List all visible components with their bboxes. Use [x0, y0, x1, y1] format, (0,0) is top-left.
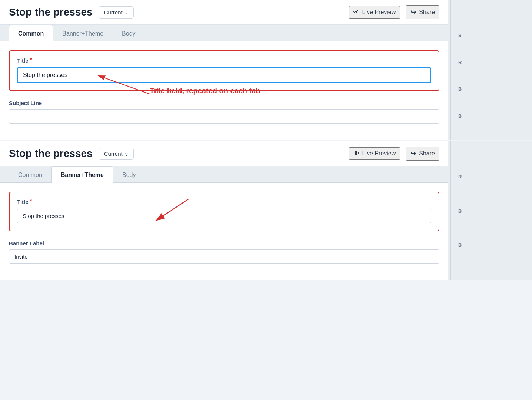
- bottom-sidebar-hint-b2: B: [458, 239, 525, 252]
- title-field-label-top: Title *: [17, 57, 431, 64]
- live-preview-button[interactable]: Live Preview: [349, 6, 400, 19]
- top-tabs-bar: Common Banner+Theme Body: [0, 25, 448, 41]
- bottom-live-preview-label: Live Preview: [362, 150, 396, 157]
- tab-common[interactable]: Common: [9, 25, 53, 41]
- required-star: *: [30, 57, 32, 64]
- version-dropdown[interactable]: Current: [99, 6, 134, 19]
- sidebar-hint-s: S: [458, 30, 525, 42]
- version-label: Current: [104, 9, 123, 16]
- title-field-group-bottom: Title *: [9, 192, 439, 231]
- share-label: Share: [419, 9, 435, 16]
- tab-banner-theme[interactable]: Banner+Theme: [53, 25, 113, 41]
- bottom-tab-banner-theme[interactable]: Banner+Theme: [51, 166, 113, 183]
- bottom-tabs-bar: Common Banner+Theme Body: [0, 166, 448, 183]
- bottom-required-star: *: [30, 198, 32, 205]
- title-input-top[interactable]: [17, 67, 431, 83]
- bottom-live-preview-button[interactable]: Live Preview: [349, 147, 400, 160]
- bottom-sidebar-hint-r: R: [458, 171, 525, 183]
- bottom-share-button[interactable]: Share: [406, 147, 439, 161]
- sidebar-hint-r: R: [458, 57, 525, 69]
- bottom-panel-content: Title * Banner Label: [0, 183, 448, 280]
- bottom-chevron-down-icon: [125, 151, 128, 157]
- bottom-share-label: Share: [419, 150, 435, 157]
- share-button[interactable]: Share: [406, 5, 439, 19]
- bottom-version-dropdown[interactable]: Current: [99, 148, 134, 160]
- bottom-version-label: Current: [104, 151, 123, 157]
- banner-label-field: Banner Label: [9, 240, 439, 264]
- bottom-panel: Stop the presses Current Live Preview Sh…: [0, 141, 448, 280]
- bottom-tab-common[interactable]: Common: [9, 166, 51, 183]
- top-section: Stop the presses Current Live Preview Sh…: [0, 0, 532, 140]
- subject-line-label: Subject Line: [9, 100, 439, 106]
- app-wrapper: Stop the presses Current Live Preview Sh…: [0, 0, 532, 280]
- right-sidebar-top: S R B B: [450, 0, 532, 140]
- page-title: Stop the presses: [9, 6, 93, 18]
- bottom-share-icon: [410, 149, 416, 158]
- top-panel-content: Title * Subject Line: [0, 41, 448, 140]
- banner-label-input[interactable]: [9, 249, 439, 264]
- bottom-panel-header: Stop the presses Current Live Preview Sh…: [0, 141, 448, 166]
- bottom-sidebar-hint-b: B: [458, 205, 525, 218]
- title-input-bottom[interactable]: [17, 209, 431, 223]
- bottom-tab-body[interactable]: Body: [113, 166, 145, 183]
- right-sidebar-bottom: R B B: [450, 141, 532, 280]
- banner-label-label: Banner Label: [9, 240, 439, 246]
- annotation-text: Title field, repeated on each tab: [150, 87, 260, 95]
- title-field-label-bottom: Title *: [17, 198, 431, 205]
- subject-line-field: Subject Line: [9, 100, 439, 124]
- sidebar-hint-b2: B: [458, 110, 525, 122]
- sidebar-hint-b: B: [458, 83, 525, 95]
- top-panel-header: Stop the presses Current Live Preview Sh…: [0, 0, 448, 25]
- eye-icon: [353, 9, 359, 16]
- tab-body[interactable]: Body: [113, 25, 144, 41]
- bottom-page-title: Stop the presses: [9, 148, 93, 159]
- subject-line-input[interactable]: [9, 109, 439, 124]
- title-field-group-top: Title *: [9, 50, 439, 91]
- live-preview-label: Live Preview: [362, 9, 396, 16]
- top-panel: Stop the presses Current Live Preview Sh…: [0, 0, 448, 140]
- bottom-eye-icon: [353, 150, 359, 157]
- share-icon: [410, 8, 416, 16]
- chevron-down-icon: [125, 9, 128, 16]
- bottom-section: Stop the presses Current Live Preview Sh…: [0, 141, 532, 280]
